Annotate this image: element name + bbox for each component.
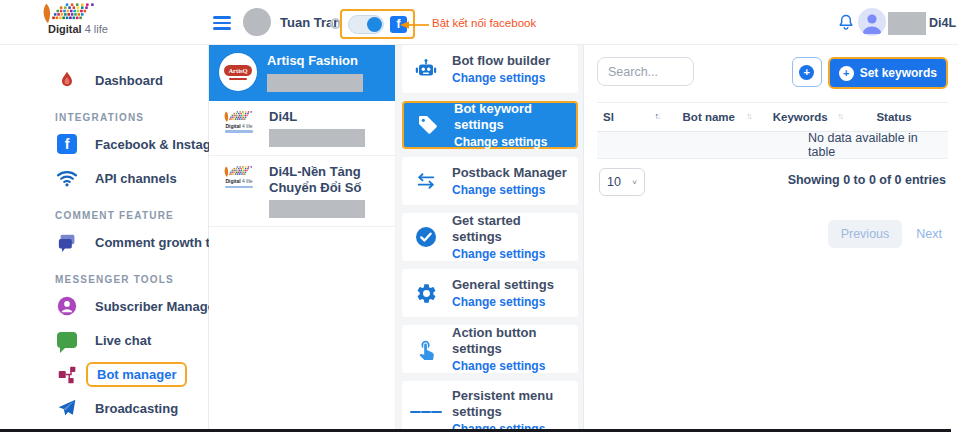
sidebar: Dashboard INTEGRATIONS f Facebook & Inst… [0,45,209,432]
sidebar-section-comment-feature: COMMENT FEATURE [0,199,208,225]
bot-list-item-di4l[interactable]: Digital 4 life Di4L [209,101,395,157]
live-chat-icon [55,332,79,348]
settings-item-persistent-menu-settings[interactable]: Persistent menu settings Change settings [402,381,578,432]
pointer-hand-icon [410,338,442,360]
app-window: Digital 4 life Tuan Tran▾ f Bật kết nối … [0,0,958,432]
settings-item-title: Bot flow builder [452,53,550,69]
plus-circle-icon: + [799,65,814,80]
bot-logo-di4l: Digital 4 life [219,164,259,188]
sidebar-item-subscriber-manager[interactable]: Subscriber Manager [0,289,208,323]
user-avatar[interactable] [243,8,271,36]
settings-item-title: Get started settings [452,213,570,244]
column-header-bot-name[interactable]: Bot name ↑↓ [663,111,755,123]
settings-item-action-button-settings[interactable]: Action button settings Change settings [402,325,578,373]
mini-logo-text: Digital 4 life [225,178,252,184]
topbar: Digital 4 life Tuan Tran▾ f Bật kết nối … [0,0,958,45]
settings-item-get-started-settings[interactable]: Get started settings Change settings [402,213,578,261]
keywords-panel: + + Set keywords Sl ↑↓ Bot name ↑↓ [583,45,958,432]
sort-icon: ↑↓ [655,111,660,121]
account-avatar[interactable] [858,8,886,36]
tag-icon [412,113,444,137]
bot-list: ArtisQ Artisq Fashion Digital 4 life Di4… [209,45,396,432]
settings-item-title: Persistent menu settings [452,388,570,419]
toggle-knob [367,17,382,32]
artisq-logo-text: ArtisQ [224,65,251,76]
settings-item-title: Postback Manager [452,165,567,181]
chevron-down-icon: ˅ [632,178,637,187]
sidebar-item-label: Broadcasting [95,401,178,416]
robot-icon [410,57,442,81]
workspace-name: Di4L [929,16,956,30]
paper-plane-icon [55,398,79,418]
entries-summary: Showing 0 to 0 of 0 entries [788,173,948,187]
redacted-text-block [888,12,926,35]
sort-icon: ↑↓ [838,111,843,121]
chat-bubbles-icon [55,233,79,252]
sidebar-item-bot-manager[interactable]: Bot manager [0,357,208,391]
bot-logo-artisq: ArtisQ [219,53,257,91]
gear-icon [410,282,442,305]
bot-list-item-artisq-fashion[interactable]: ArtisQ Artisq Fashion [209,45,395,101]
change-settings-link[interactable]: Change settings [454,135,568,149]
previous-page-button[interactable]: Previous [828,220,903,248]
keywords-table-header: Sl ↑↓ Bot name ↑↓ Keywords ↑↓ Status [597,102,948,132]
brand-light: 4 life [85,23,108,35]
facebook-icon: f [55,134,79,154]
sidebar-item-label: API channels [95,171,177,186]
mini-logo-url [225,186,253,189]
settings-item-title: General settings [452,277,554,293]
notifications-bell-icon[interactable] [836,13,856,33]
add-icon-button[interactable]: + [792,57,822,87]
bot-settings-menu: Bot flow builder Change settings Bot key… [396,45,583,432]
brand-logo-art [34,3,106,25]
sidebar-item-facebook-instagram[interactable]: f Facebook & Instagram [0,127,208,161]
change-settings-link[interactable]: Change settings [452,71,550,85]
settings-item-bot-keyword-settings[interactable]: Bot keyword settings Change settings [402,101,578,149]
sidebar-item-api-channels[interactable]: API channels [0,161,208,195]
wifi-icon [55,169,79,187]
change-settings-link[interactable]: Change settings [452,247,570,261]
search-input[interactable] [597,57,694,86]
set-keywords-button[interactable]: + Set keywords [828,57,948,89]
settings-item-title: Action button settings [452,325,570,356]
settings-item-title: Bot keyword settings [454,101,568,132]
bot-logo-di4l: Digital 4 life [219,109,259,133]
settings-item-postback-manager[interactable]: Postback Manager Change settings [402,157,578,205]
change-settings-link[interactable]: Change settings [452,183,567,197]
bot-list-item-di4l-nen-tang[interactable]: Digital 4 life Di4L-Nền Tảng Chuyển Đổi … [209,156,395,227]
menu-bars-icon [410,408,442,416]
settings-item-bot-flow-builder[interactable]: Bot flow builder Change settings [402,45,578,93]
column-header-keywords[interactable]: Keywords ↑↓ [755,111,847,123]
sidebar-item-live-chat[interactable]: Live chat [0,323,208,357]
bot-name: Di4L [269,109,365,125]
subscriber-person-icon [55,296,79,316]
person-icon [858,8,886,36]
mini-logo-text: Digital 4 life [225,123,252,129]
plus-circle-icon: + [839,66,854,81]
flame-icon [55,70,79,90]
column-header-status[interactable]: Status [846,111,942,123]
next-page-button[interactable]: Next [912,220,946,248]
sidebar-item-label: Dashboard [95,73,163,88]
brand-logo-text: Digital 4 life [34,23,134,35]
sort-icon: ↑↓ [746,111,751,121]
change-settings-link[interactable]: Change settings [452,295,554,309]
redacted-text-block [269,129,365,147]
brand-logo[interactable]: Digital 4 life [34,3,134,35]
flowchart-icon [55,364,79,385]
page-size-select[interactable]: 10 ˅ [599,168,645,196]
brand-bold: Digital [48,23,82,35]
change-settings-link[interactable]: Change settings [452,359,570,373]
sidebar-item-broadcasting[interactable]: Broadcasting [0,391,208,425]
facebook-connect-toggle[interactable] [348,15,384,34]
sidebar-item-label: Subscriber Manager [95,299,220,314]
sidebar-item-dashboard[interactable]: Dashboard [0,63,208,97]
workspace-menu[interactable]: Di4L▾ [929,16,958,30]
bot-name: Di4L-Nền Tảng Chuyển Đổi Số [269,164,385,195]
column-header-sl[interactable]: Sl ↑↓ [603,111,663,123]
sidebar-item-comment-growth-tools[interactable]: Comment growth tools [0,225,208,259]
hamburger-menu-icon[interactable] [213,16,231,33]
annotation-text: Bật kết nối facebook [432,17,536,29]
settings-item-general-settings[interactable]: General settings Change settings [402,269,578,317]
sidebar-section-messenger-tools: MESSENGER TOOLS [0,263,208,289]
